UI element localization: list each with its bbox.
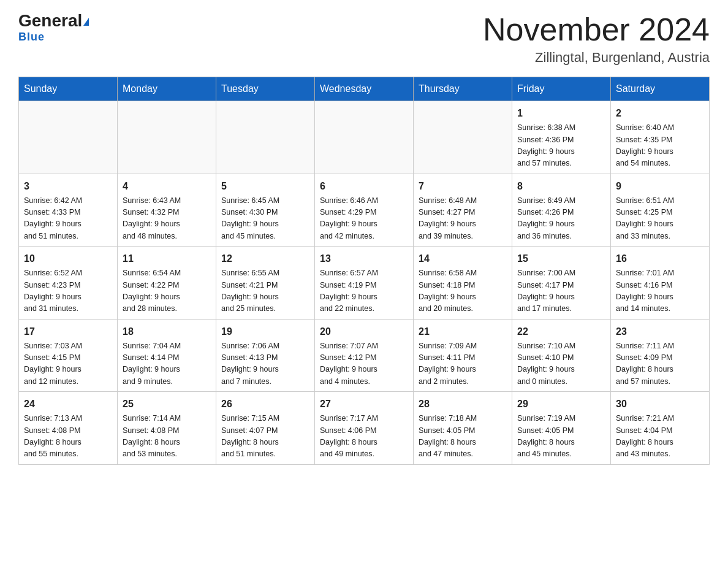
day-number: 1 xyxy=(517,106,605,121)
calendar-cell: 5Sunrise: 6:45 AMSunset: 4:30 PMDaylight… xyxy=(216,174,315,247)
weekday-header-sunday: Sunday xyxy=(19,77,118,101)
calendar-cell: 8Sunrise: 6:49 AMSunset: 4:26 PMDaylight… xyxy=(512,174,611,247)
day-info: Sunrise: 7:11 AMSunset: 4:09 PMDaylight:… xyxy=(616,340,704,388)
day-number: 13 xyxy=(320,251,408,266)
calendar-cell: 29Sunrise: 7:19 AMSunset: 4:05 PMDayligh… xyxy=(512,392,611,465)
day-number: 8 xyxy=(517,179,605,194)
day-number: 18 xyxy=(123,324,211,339)
day-info: Sunrise: 7:15 AMSunset: 4:07 PMDaylight:… xyxy=(221,413,309,461)
day-number: 22 xyxy=(517,324,605,339)
calendar-cell: 16Sunrise: 7:01 AMSunset: 4:16 PMDayligh… xyxy=(611,247,710,320)
day-info: Sunrise: 7:10 AMSunset: 4:10 PMDaylight:… xyxy=(517,340,605,388)
calendar-table: SundayMondayTuesdayWednesdayThursdayFrid… xyxy=(18,77,710,465)
weekday-header-friday: Friday xyxy=(512,77,611,101)
day-number: 6 xyxy=(320,179,408,194)
calendar-cell: 19Sunrise: 7:06 AMSunset: 4:13 PMDayligh… xyxy=(216,319,315,392)
day-info: Sunrise: 6:42 AMSunset: 4:33 PMDaylight:… xyxy=(24,195,112,243)
weekday-header-monday: Monday xyxy=(118,77,216,101)
day-number: 11 xyxy=(123,251,211,266)
day-info: Sunrise: 7:04 AMSunset: 4:14 PMDaylight:… xyxy=(123,340,211,388)
logo-triangle-icon xyxy=(83,18,89,26)
calendar-cell: 14Sunrise: 6:58 AMSunset: 4:18 PMDayligh… xyxy=(414,247,512,320)
day-info: Sunrise: 7:13 AMSunset: 4:08 PMDaylight:… xyxy=(24,413,112,461)
day-number: 25 xyxy=(123,397,211,412)
day-info: Sunrise: 7:06 AMSunset: 4:13 PMDaylight:… xyxy=(221,340,309,388)
calendar-cell: 22Sunrise: 7:10 AMSunset: 4:10 PMDayligh… xyxy=(512,319,611,392)
day-number: 28 xyxy=(419,397,507,412)
calendar-cell xyxy=(19,101,118,174)
calendar-cell: 7Sunrise: 6:48 AMSunset: 4:27 PMDaylight… xyxy=(414,174,512,247)
logo: General Blue xyxy=(18,12,89,44)
day-number: 29 xyxy=(517,397,605,412)
week-row-5: 24Sunrise: 7:13 AMSunset: 4:08 PMDayligh… xyxy=(19,392,710,465)
weekday-header-saturday: Saturday xyxy=(611,77,710,101)
day-number: 19 xyxy=(221,324,309,339)
calendar-cell: 25Sunrise: 7:14 AMSunset: 4:08 PMDayligh… xyxy=(118,392,216,465)
calendar-cell: 17Sunrise: 7:03 AMSunset: 4:15 PMDayligh… xyxy=(19,319,118,392)
calendar-cell xyxy=(118,101,216,174)
calendar-cell xyxy=(315,101,414,174)
calendar-cell: 24Sunrise: 7:13 AMSunset: 4:08 PMDayligh… xyxy=(19,392,118,465)
day-info: Sunrise: 6:40 AMSunset: 4:35 PMDaylight:… xyxy=(616,122,704,170)
day-number: 10 xyxy=(24,251,112,266)
weekday-header-tuesday: Tuesday xyxy=(216,77,315,101)
day-number: 21 xyxy=(419,324,507,339)
calendar-cell xyxy=(216,101,315,174)
day-info: Sunrise: 6:54 AMSunset: 4:22 PMDaylight:… xyxy=(123,267,211,315)
day-info: Sunrise: 6:58 AMSunset: 4:18 PMDaylight:… xyxy=(419,267,507,315)
day-number: 14 xyxy=(419,251,507,266)
calendar-header-row: SundayMondayTuesdayWednesdayThursdayFrid… xyxy=(19,77,710,101)
calendar-cell: 1Sunrise: 6:38 AMSunset: 4:36 PMDaylight… xyxy=(512,101,611,174)
day-info: Sunrise: 7:07 AMSunset: 4:12 PMDaylight:… xyxy=(320,340,408,388)
week-row-2: 3Sunrise: 6:42 AMSunset: 4:33 PMDaylight… xyxy=(19,174,710,247)
calendar-cell: 23Sunrise: 7:11 AMSunset: 4:09 PMDayligh… xyxy=(611,319,710,392)
day-number: 9 xyxy=(616,179,704,194)
month-title: November 2024 xyxy=(483,12,710,47)
day-info: Sunrise: 6:38 AMSunset: 4:36 PMDaylight:… xyxy=(517,122,605,170)
calendar-cell: 2Sunrise: 6:40 AMSunset: 4:35 PMDaylight… xyxy=(611,101,710,174)
title-block: November 2024 Zillingtal, Burgenland, Au… xyxy=(483,12,710,66)
calendar-cell: 10Sunrise: 6:52 AMSunset: 4:23 PMDayligh… xyxy=(19,247,118,320)
calendar-cell: 12Sunrise: 6:55 AMSunset: 4:21 PMDayligh… xyxy=(216,247,315,320)
day-number: 23 xyxy=(616,324,704,339)
day-number: 15 xyxy=(517,251,605,266)
day-info: Sunrise: 6:55 AMSunset: 4:21 PMDaylight:… xyxy=(221,267,309,315)
day-info: Sunrise: 6:43 AMSunset: 4:32 PMDaylight:… xyxy=(123,195,211,243)
calendar-cell: 13Sunrise: 6:57 AMSunset: 4:19 PMDayligh… xyxy=(315,247,414,320)
day-info: Sunrise: 7:01 AMSunset: 4:16 PMDaylight:… xyxy=(616,267,704,315)
day-info: Sunrise: 7:00 AMSunset: 4:17 PMDaylight:… xyxy=(517,267,605,315)
week-row-3: 10Sunrise: 6:52 AMSunset: 4:23 PMDayligh… xyxy=(19,247,710,320)
day-number: 2 xyxy=(616,106,704,121)
day-info: Sunrise: 6:49 AMSunset: 4:26 PMDaylight:… xyxy=(517,195,605,243)
calendar-cell: 27Sunrise: 7:17 AMSunset: 4:06 PMDayligh… xyxy=(315,392,414,465)
day-number: 26 xyxy=(221,397,309,412)
day-info: Sunrise: 7:03 AMSunset: 4:15 PMDaylight:… xyxy=(24,340,112,388)
weekday-header-wednesday: Wednesday xyxy=(315,77,414,101)
logo-text: General xyxy=(18,12,89,29)
day-number: 4 xyxy=(123,179,211,194)
day-number: 17 xyxy=(24,324,112,339)
calendar-cell: 21Sunrise: 7:09 AMSunset: 4:11 PMDayligh… xyxy=(414,319,512,392)
week-row-1: 1Sunrise: 6:38 AMSunset: 4:36 PMDaylight… xyxy=(19,101,710,174)
day-info: Sunrise: 6:45 AMSunset: 4:30 PMDaylight:… xyxy=(221,195,309,243)
day-info: Sunrise: 7:14 AMSunset: 4:08 PMDaylight:… xyxy=(123,413,211,461)
calendar-cell: 15Sunrise: 7:00 AMSunset: 4:17 PMDayligh… xyxy=(512,247,611,320)
calendar-cell: 6Sunrise: 6:46 AMSunset: 4:29 PMDaylight… xyxy=(315,174,414,247)
day-number: 12 xyxy=(221,251,309,266)
day-number: 7 xyxy=(419,179,507,194)
day-info: Sunrise: 7:21 AMSunset: 4:04 PMDaylight:… xyxy=(616,413,704,461)
day-info: Sunrise: 6:46 AMSunset: 4:29 PMDaylight:… xyxy=(320,195,408,243)
calendar-cell: 3Sunrise: 6:42 AMSunset: 4:33 PMDaylight… xyxy=(19,174,118,247)
day-info: Sunrise: 6:48 AMSunset: 4:27 PMDaylight:… xyxy=(419,195,507,243)
calendar-cell: 11Sunrise: 6:54 AMSunset: 4:22 PMDayligh… xyxy=(118,247,216,320)
day-number: 3 xyxy=(24,179,112,194)
day-info: Sunrise: 7:18 AMSunset: 4:05 PMDaylight:… xyxy=(419,413,507,461)
day-info: Sunrise: 7:19 AMSunset: 4:05 PMDaylight:… xyxy=(517,413,605,461)
day-info: Sunrise: 6:57 AMSunset: 4:19 PMDaylight:… xyxy=(320,267,408,315)
day-number: 16 xyxy=(616,251,704,266)
weekday-header-thursday: Thursday xyxy=(414,77,512,101)
logo-sub: Blue xyxy=(18,31,45,44)
day-number: 30 xyxy=(616,397,704,412)
calendar-cell: 30Sunrise: 7:21 AMSunset: 4:04 PMDayligh… xyxy=(611,392,710,465)
day-info: Sunrise: 6:52 AMSunset: 4:23 PMDaylight:… xyxy=(24,267,112,315)
